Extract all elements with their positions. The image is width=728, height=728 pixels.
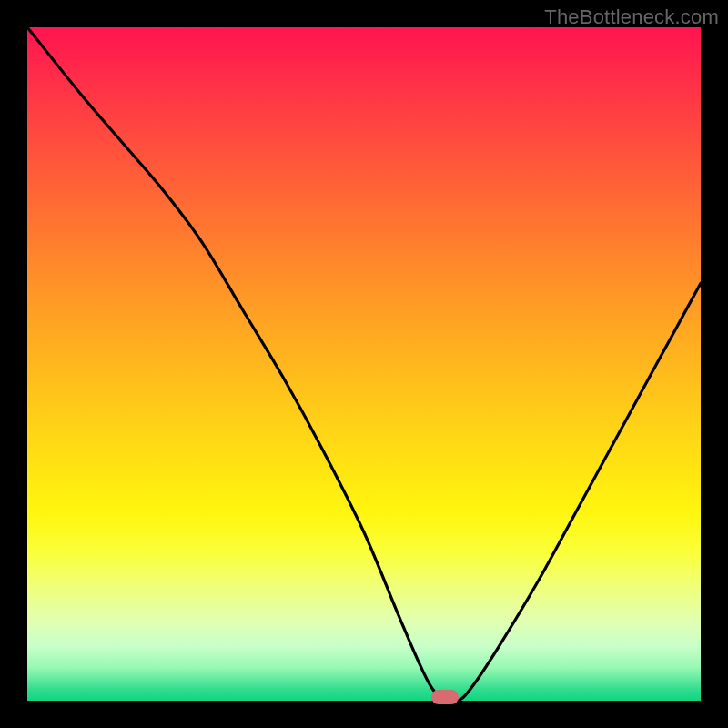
- plot-area: [27, 27, 701, 701]
- optimal-marker: [431, 690, 459, 704]
- watermark-text: TheBottleneck.com: [544, 5, 719, 29]
- bottleneck-curve: [27, 27, 701, 701]
- curve-svg: [27, 27, 701, 701]
- chart-frame: TheBottleneck.com: [0, 0, 728, 728]
